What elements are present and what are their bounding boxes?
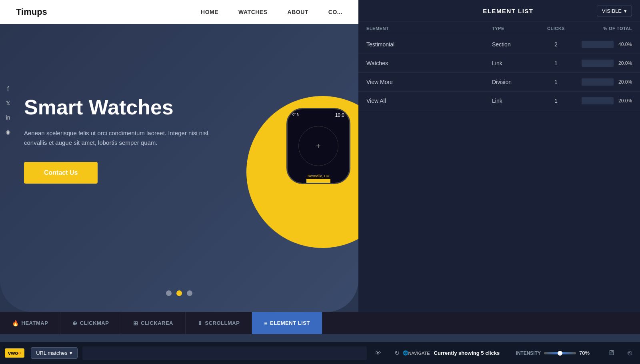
eye-icon[interactable]: 👁: [372, 347, 384, 360]
nav-contact[interactable]: CO...: [328, 8, 342, 16]
row-type-1: Link: [492, 60, 540, 66]
element-list-panel: ELEMENT LIST VISIBLE ▾ ELEMENT TYPE CLIC…: [358, 0, 640, 312]
navbar: Timups HOME WATCHES ABOUT CO...: [0, 0, 358, 24]
watch-band-bottom: [306, 179, 330, 184]
url-matches-button[interactable]: URL matches ▾: [31, 347, 78, 359]
row-type-3: Link: [492, 98, 540, 104]
watch-time-display: 10:0: [335, 112, 344, 118]
toolbar-tab-clickmap[interactable]: ⊕ CLICKMAP: [60, 312, 121, 334]
intensity-section: INTENSITY 70%: [511, 350, 598, 356]
instagram-icon[interactable]: ◉: [3, 127, 13, 137]
hero-title: Smart Watches: [24, 96, 224, 119]
tab-icon-0: 🔥: [12, 320, 19, 326]
table-row[interactable]: View More Division 1 20.0%: [358, 73, 640, 92]
col-pct: % OF TOTAL: [572, 26, 632, 31]
watch-coords-display: 0° N: [292, 112, 300, 116]
toolbar-tab-scrollmap[interactable]: ⇕ SCROLLMAP: [186, 312, 252, 334]
twitter-icon[interactable]: 𝕏: [3, 98, 13, 108]
row-pct-2: 20.0%: [572, 78, 632, 86]
dot-1[interactable]: [166, 290, 172, 296]
navbar-links: HOME WATCHES ABOUT CO...: [201, 8, 342, 16]
element-table-body: Testimonial Section 2 40.0% Watches Link…: [358, 35, 640, 110]
row-clicks-0: 2: [540, 41, 572, 48]
intensity-slider[interactable]: [544, 352, 576, 354]
hero-description: Aenean scelerisque felis ut orci condime…: [24, 128, 224, 148]
row-clicks-3: 1: [540, 98, 572, 104]
chevron-down-icon-url: ▾: [70, 350, 72, 356]
toolbar-tab-element-list[interactable]: ≡ ELEMENT LIST: [252, 312, 322, 334]
hero-content: Smart Watches Aenean scelerisque felis u…: [24, 96, 224, 184]
table-row[interactable]: View All Link 1 20.0%: [358, 92, 640, 110]
desktop-icon[interactable]: 🖥: [608, 349, 615, 357]
social-bar: f 𝕏 in ◉: [0, 80, 16, 141]
share-icon[interactable]: ⎋: [624, 349, 635, 357]
table-header: ELEMENT TYPE CLICKS % OF TOTAL: [358, 22, 640, 35]
table-row[interactable]: Testimonial Section 2 40.0%: [358, 35, 640, 54]
row-clicks-1: 1: [540, 60, 572, 66]
toolbar-tabs: 🔥 HEATMAP ⊕ CLICKMAP ⊞ CLICKAREA ⇕ SCROL…: [0, 312, 640, 334]
row-element-2: View More: [366, 79, 492, 85]
row-element-3: View All: [366, 98, 492, 104]
refresh-icon[interactable]: ↻: [391, 347, 404, 360]
row-element-0: Testimonial: [366, 41, 492, 48]
navbar-logo: Timups: [16, 7, 47, 17]
contact-us-button[interactable]: Contact Us: [24, 162, 98, 184]
toolbar-tab-heatmap[interactable]: 🔥 HEATMAP: [0, 312, 60, 334]
row-type-0: Section: [492, 41, 540, 48]
row-clicks-2: 1: [540, 79, 572, 85]
tab-label-4: ELEMENT LIST: [270, 320, 310, 326]
tab-icon-2: ⊞: [133, 320, 138, 326]
watch-face: 0° N 10:0 Roseville, CA: [286, 108, 350, 184]
hero-section: Smart Watches Aenean scelerisque felis u…: [0, 24, 358, 312]
hero-carousel-dots: [166, 290, 192, 296]
nav-about[interactable]: ABOUT: [288, 8, 308, 16]
url-input[interactable]: [82, 346, 366, 360]
status-bar: vwo○ URL matches ▾ 👁 ↻ 🌐 NAVIGATE Curren…: [0, 342, 640, 364]
nav-watches[interactable]: WATCHES: [238, 8, 267, 16]
panel-header: ELEMENT LIST VISIBLE ▾: [358, 0, 640, 22]
dot-3[interactable]: [187, 290, 192, 296]
table-row[interactable]: Watches Link 1 20.0%: [358, 54, 640, 73]
row-pct-3: 20.0%: [572, 97, 632, 104]
visible-dropdown[interactable]: VISIBLE ▾: [597, 6, 632, 16]
row-pct-0: 40.0%: [572, 41, 632, 48]
tab-icon-1: ⊕: [72, 320, 78, 326]
watch-screen: 0° N 10:0 Roseville, CA: [288, 109, 349, 183]
col-element: ELEMENT: [366, 26, 492, 31]
tab-label-0: HEATMAP: [22, 320, 48, 326]
watch-image: 0° N 10:0 Roseville, CA: [238, 56, 358, 296]
watch-location: Roseville, CA: [308, 174, 329, 178]
nav-home[interactable]: HOME: [201, 8, 218, 16]
dot-2[interactable]: [176, 290, 182, 296]
row-element-1: Watches: [366, 60, 492, 66]
navigate-button[interactable]: 🌐 NAVIGATE: [410, 347, 423, 360]
chevron-down-icon: ▾: [624, 8, 627, 14]
col-type: TYPE: [492, 26, 540, 31]
tab-label-1: CLICKMAP: [80, 320, 109, 326]
tab-icon-3: ⇕: [198, 320, 203, 326]
intensity-thumb: [558, 351, 562, 356]
status-icons: 👁 ↻ 🌐 NAVIGATE: [372, 347, 423, 360]
row-pct-1: 20.0%: [572, 60, 632, 67]
tab-icon-4: ≡: [264, 320, 268, 326]
toolbar-tab-clickarea[interactable]: ⊞ CLICKAREA: [121, 312, 186, 334]
intensity-value: 70%: [579, 350, 593, 356]
device-icons: 🖥: [603, 349, 620, 357]
bottom-toolbar: 🔥 HEATMAP ⊕ CLICKMAP ⊞ CLICKAREA ⇕ SCROL…: [0, 312, 640, 334]
row-type-2: Division: [492, 79, 540, 85]
watch-compass: [298, 126, 338, 166]
panel-title: ELEMENT LIST: [420, 8, 597, 14]
tab-label-2: CLICKAREA: [141, 320, 173, 326]
col-clicks: CLICKS: [540, 26, 572, 31]
website-preview: Timups HOME WATCHES ABOUT CO... f 𝕏 in ◉…: [0, 0, 358, 312]
vwo-logo: vwo○: [5, 348, 24, 358]
currently-showing-text: Currently showing 5 clicks: [428, 350, 506, 356]
facebook-icon[interactable]: f: [3, 84, 13, 94]
linkedin-icon[interactable]: in: [3, 113, 13, 122]
tab-label-3: SCROLLMAP: [205, 320, 240, 326]
